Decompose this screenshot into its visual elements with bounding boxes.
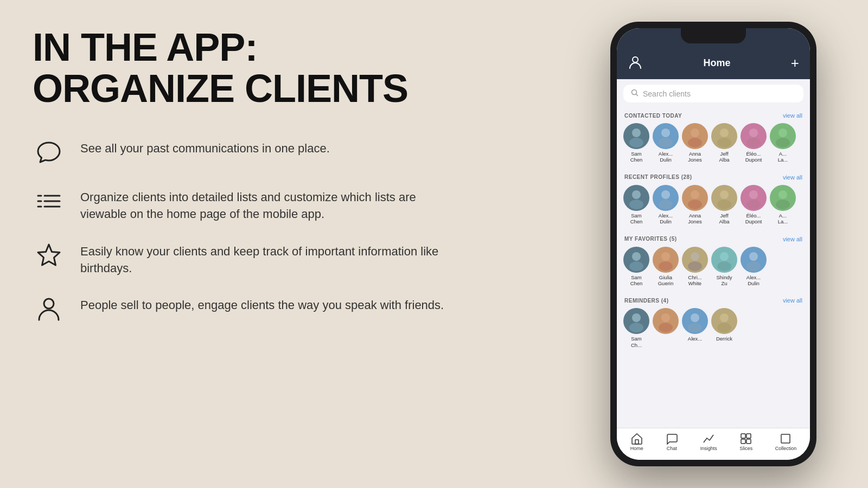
avatar-circle <box>741 185 767 211</box>
avatar-item[interactable]: AnnaJones <box>682 123 708 163</box>
avatar-item[interactable]: Derrick <box>711 308 737 348</box>
svg-point-48 <box>659 323 673 332</box>
avatar-name: Éléo...Dupont <box>745 151 762 163</box>
avatar-item[interactable]: GiuliaGuerin <box>653 247 679 287</box>
view-all-contacted[interactable]: view all <box>783 112 802 119</box>
nav-collection[interactable]: Collection <box>775 433 797 451</box>
avatar-name: A...La... <box>778 213 788 225</box>
avatar-item[interactable]: Alex...Dulin <box>653 185 679 225</box>
section-header-recent: RECENT PROFILES (28) view all <box>617 170 810 183</box>
svg-point-47 <box>661 313 670 322</box>
svg-point-9 <box>632 90 637 95</box>
svg-point-25 <box>661 190 670 199</box>
avatar-item[interactable]: JeffAlba <box>711 123 737 163</box>
feature-person-text: People sell to people, engage clients th… <box>80 293 444 314</box>
svg-point-34 <box>776 200 790 209</box>
avatar-item[interactable]: SamChen <box>623 247 649 287</box>
avatar-name: GiuliaGuerin <box>658 274 674 287</box>
nav-slices[interactable]: Slices <box>739 433 752 451</box>
svg-point-41 <box>720 252 729 261</box>
svg-marker-6 <box>38 245 60 265</box>
search-placeholder: Search clients <box>643 89 691 98</box>
avatar-item[interactable]: Alex... <box>682 308 708 348</box>
feature-star: Easily know your clients and keep track … <box>33 239 532 277</box>
nav-insights[interactable]: Insights <box>700 433 717 451</box>
nav-home[interactable]: Home <box>630 433 643 451</box>
avatar-name: Éléo...Dupont <box>745 213 762 225</box>
svg-point-23 <box>632 190 641 199</box>
star-icon <box>33 239 65 272</box>
avatar-name: JeffAlba <box>719 151 729 163</box>
avatar-circle <box>741 247 767 273</box>
avatar-item[interactable]: Éléo...Dupont <box>741 123 767 163</box>
svg-point-15 <box>691 129 699 137</box>
avatar-item[interactable]: SamChen <box>623 185 649 225</box>
search-bar[interactable]: Search clients <box>623 85 803 102</box>
svg-point-38 <box>659 261 673 271</box>
avatar-circle <box>711 308 737 334</box>
section-contacted-today: CONTACTED TODAY view all SamChen <box>617 108 810 168</box>
svg-point-43 <box>749 252 758 261</box>
avatar-name: AnnaJones <box>688 213 701 225</box>
svg-rect-55 <box>746 434 751 438</box>
avatar-name: JeffAlba <box>719 213 729 225</box>
phone-notch <box>681 28 746 43</box>
avatars-favorites: SamChen GiuliaGuerin Chri. <box>617 245 810 291</box>
avatar-name: Derrick <box>716 336 732 342</box>
nav-chat[interactable]: Chat <box>666 433 678 451</box>
svg-point-20 <box>746 138 761 147</box>
avatar-item[interactable]: Éléo...Dupont <box>741 185 767 225</box>
bottom-nav: Home Chat Insights <box>617 428 810 460</box>
avatar-item[interactable]: JeffAlba <box>711 185 737 225</box>
avatar-name: Alex...Dulin <box>659 151 673 163</box>
avatar-circle <box>623 185 649 211</box>
svg-point-51 <box>720 313 729 322</box>
avatar-name: Chri...White <box>688 274 701 287</box>
svg-rect-58 <box>781 434 790 443</box>
avatar-item[interactable]: SamCh... <box>623 308 649 348</box>
avatars-contacted: SamChen Alex...Dulin AnnaJ <box>617 121 810 168</box>
view-all-recent[interactable]: view all <box>783 174 802 181</box>
avatar-name: Alex...Dulin <box>746 274 761 287</box>
svg-point-24 <box>629 200 643 209</box>
avatar-item[interactable]: AnnaJones <box>682 185 708 225</box>
svg-line-10 <box>636 94 639 97</box>
nav-insights-label: Insights <box>700 446 717 451</box>
avatars-reminders: SamCh... Alex... <box>617 306 810 352</box>
avatar-item[interactable] <box>653 308 679 348</box>
avatar-name: SamChen <box>630 151 643 163</box>
avatars-recent: SamChen Alex...Dulin AnnaJ <box>617 183 810 229</box>
svg-point-36 <box>629 261 643 271</box>
search-icon <box>631 89 639 98</box>
section-reminders: REMINDERS (4) view all SamCh... <box>617 293 810 352</box>
avatar-item[interactable]: Alex...Dulin <box>653 123 679 163</box>
avatar-item[interactable]: SamChen <box>623 123 649 163</box>
avatar-item[interactable]: Alex...Dulin <box>741 247 767 287</box>
svg-point-17 <box>720 129 729 137</box>
view-all-favorites[interactable]: view all <box>783 236 802 242</box>
profile-icon[interactable] <box>628 54 643 72</box>
avatar-circle <box>653 185 679 211</box>
avatar-circle <box>682 185 708 211</box>
avatar-item[interactable]: A...La... <box>770 185 796 225</box>
svg-point-13 <box>661 129 670 137</box>
avatar-name: AnnaJones <box>688 151 701 163</box>
avatar-item[interactable]: A...La... <box>770 123 796 163</box>
avatar-circle <box>623 123 649 149</box>
avatar-circle <box>682 247 708 273</box>
section-label-reminders: REMINDERS (4) <box>624 298 669 304</box>
nav-collection-label: Collection <box>775 446 797 451</box>
avatar-item[interactable]: Chri...White <box>682 247 708 287</box>
section-header-contacted: CONTACTED TODAY view all <box>617 108 810 121</box>
avatar-circle <box>623 308 649 334</box>
svg-point-40 <box>688 261 702 271</box>
view-all-reminders[interactable]: view all <box>783 297 802 304</box>
right-panel: Home + Search clients CONTACTED <box>564 0 868 488</box>
add-button[interactable]: + <box>791 56 799 70</box>
svg-point-26 <box>659 200 673 209</box>
avatar-item[interactable]: ShindyZu <box>711 247 737 287</box>
section-my-favorites: MY FAVORITES (5) view all SamChen <box>617 232 810 291</box>
feature-chat: See all your past communications in one … <box>33 136 532 169</box>
svg-point-30 <box>717 200 731 209</box>
svg-point-46 <box>629 323 643 332</box>
